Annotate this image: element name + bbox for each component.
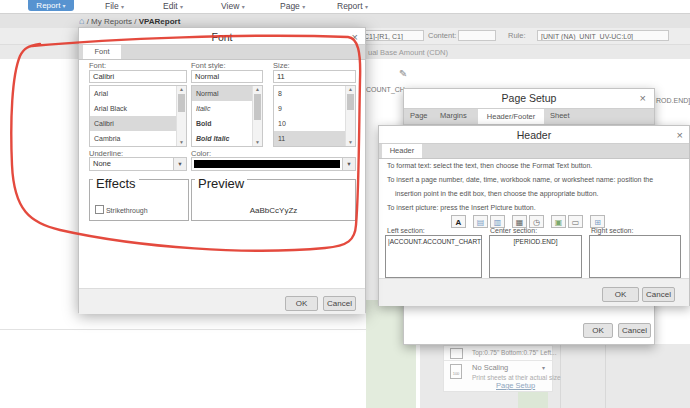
close-icon[interactable]: × xyxy=(677,128,683,142)
scrollbar[interactable]: ▲ ▼ xyxy=(345,86,355,146)
gridline xyxy=(0,329,366,330)
rule-field[interactable]: [UNIT (NA)_UNIT_UV-UC:L0] xyxy=(537,30,669,41)
menu-bar: Report ▾ File ▾ Edit ▾ View ▾ Page ▾ Rep… xyxy=(0,0,690,13)
tab-font[interactable]: Font xyxy=(83,45,121,59)
page-setup-link[interactable]: Page Setup xyxy=(496,381,535,390)
chevron-down-icon: ▾ xyxy=(242,4,245,10)
chevron-down-icon: ▾ xyxy=(121,4,124,10)
app-window: Report ▾ File ▾ Edit ▾ View ▾ Page ▾ Rep… xyxy=(0,0,690,408)
menu-item-view[interactable]: View ▾ xyxy=(221,1,245,13)
breadcrumb[interactable]: ⌂ / My Reports / VPAReport xyxy=(79,16,180,26)
content-label: Content: xyxy=(428,31,456,40)
font-label: Font: xyxy=(89,61,106,70)
close-icon[interactable]: × xyxy=(640,91,646,105)
scrollbar-thumb[interactable] xyxy=(254,94,261,120)
tab-sheet[interactable]: Sheet xyxy=(550,111,570,120)
font-size-input[interactable]: 11 xyxy=(273,70,356,83)
instruction-line: To format text: select the text, then ch… xyxy=(387,162,592,169)
scrollbar[interactable]: ▲ ▼ xyxy=(252,86,262,146)
chevron-down-icon[interactable]: ▼ xyxy=(173,158,186,170)
chevron-down-icon[interactable]: ▾ xyxy=(542,364,545,371)
underline-value: None xyxy=(93,159,111,168)
tab-header-footer[interactable]: Header/Footer xyxy=(478,109,544,124)
insert-page-number-icon[interactable]: ▤ xyxy=(473,215,488,228)
strikethrough-option[interactable]: Strikethrough xyxy=(95,205,148,214)
tab-margins[interactable]: Margins xyxy=(440,111,467,120)
right-section-box[interactable] xyxy=(589,235,681,278)
ok-button[interactable]: OK xyxy=(602,287,639,302)
list-item[interactable]: 8 xyxy=(274,86,355,101)
list-item[interactable]: 10 xyxy=(274,116,355,131)
list-item[interactable]: 9 xyxy=(274,101,355,116)
scroll-down-icon[interactable]: ▼ xyxy=(346,139,355,146)
tab-page[interactable]: Page xyxy=(410,111,428,120)
dialog-footer: OK Cancel xyxy=(79,288,365,314)
ok-button[interactable]: OK xyxy=(285,296,318,311)
partial-period-end-text: ROD.END] xyxy=(656,97,690,104)
close-icon[interactable]: × xyxy=(352,30,358,44)
column-divider xyxy=(605,344,606,408)
scroll-up-icon[interactable]: ▲ xyxy=(177,86,186,93)
color-dropdown[interactable]: ▼ xyxy=(191,157,356,171)
list-item-selected[interactable]: Calibri xyxy=(90,116,186,131)
left-section-box[interactable]: |ACCOUNT.ACCOUNT_CHART xyxy=(385,235,482,278)
rule-label: Rule: xyxy=(508,31,526,40)
list-item[interactable]: Cambria xyxy=(90,131,186,146)
list-item-selected[interactable]: 11 xyxy=(274,131,355,146)
scaling-option[interactable]: No Scaling xyxy=(472,363,508,372)
font-dialog: Font × Font Font: Font style: Size: Cali… xyxy=(78,27,366,313)
scaling-icon: 100 xyxy=(450,364,462,379)
scrollbar-thumb[interactable] xyxy=(347,94,354,110)
scroll-up-icon[interactable]: ▲ xyxy=(253,86,262,93)
center-section-label: Center section: xyxy=(490,227,537,234)
scaling-description: Print sheets at their actual size xyxy=(472,374,561,381)
scroll-up-icon[interactable]: ▲ xyxy=(346,86,355,93)
font-style-list[interactable]: Normal Italic Bold Bold Italic ▲ ▼ xyxy=(191,85,263,147)
menu-item-file[interactable]: File ▾ xyxy=(105,1,124,13)
menu-item-report[interactable]: Report ▾ xyxy=(337,1,368,13)
divider xyxy=(444,360,552,361)
pencil-icon[interactable]: ✎ xyxy=(399,68,407,79)
font-name-input[interactable]: Calibri xyxy=(89,70,187,83)
ok-button[interactable]: OK xyxy=(583,323,613,338)
cancel-button[interactable]: Cancel xyxy=(618,323,651,338)
cancel-button[interactable]: Cancel xyxy=(642,287,675,302)
font-tabstrip: Font xyxy=(79,44,365,60)
preview-group: Preview AaBbCcYyZz xyxy=(191,179,356,221)
margins-summary[interactable]: Top:0.75" Bottom:0.75" Left... xyxy=(472,349,556,356)
insert-picture-icon[interactable]: ▣ xyxy=(551,215,566,228)
tab-header[interactable]: Header xyxy=(382,144,422,158)
chevron-down-icon: ▾ xyxy=(63,3,66,9)
content-field[interactable] xyxy=(458,30,496,41)
instruction-line: insertion point in the edit box, then ch… xyxy=(395,190,599,197)
center-section-box[interactable]: [PERIOD.END] xyxy=(489,235,582,278)
checkbox-icon[interactable] xyxy=(95,205,104,214)
list-item[interactable]: Arial xyxy=(90,86,186,101)
menu-item-edit[interactable]: Edit ▾ xyxy=(163,1,183,13)
list-item[interactable]: Arial Black xyxy=(90,101,186,116)
dialog-footer: OK Cancel xyxy=(379,278,689,306)
left-section-label: Left section: xyxy=(387,227,425,234)
cell-ref-field[interactable]: C1]-[R1, C1] xyxy=(360,30,424,41)
menu-item-page[interactable]: Page ▾ xyxy=(280,1,305,13)
chevron-down-icon[interactable]: ▼ xyxy=(342,158,355,170)
scroll-down-icon[interactable]: ▼ xyxy=(177,139,186,146)
font-size-list[interactable]: 8 9 10 11 ▲ ▼ xyxy=(273,85,356,147)
format-picture-icon[interactable]: ▭ xyxy=(568,215,583,228)
partial-account-chart-text: COUNT_CH xyxy=(366,86,405,93)
page-setup-tabstrip: Page Margins Header/Footer Sheet xyxy=(404,108,654,125)
scrollbar-thumb[interactable] xyxy=(178,94,185,112)
home-icon[interactable]: ⌂ xyxy=(79,16,84,26)
font-list[interactable]: Arial Arial Black Calibri Cambria ▲ ▼ xyxy=(89,85,187,147)
font-style-input[interactable]: Normal xyxy=(191,70,263,83)
report-menu-button[interactable]: Report ▾ xyxy=(28,0,74,11)
scroll-down-icon[interactable]: ▼ xyxy=(253,139,262,146)
right-section-label: Right section: xyxy=(591,227,633,234)
header-tabstrip: Header xyxy=(379,143,689,159)
breadcrumb-path[interactable]: / My Reports / xyxy=(87,17,137,26)
scrollbar[interactable]: ▲ ▼ xyxy=(176,86,186,146)
chevron-down-icon: ▾ xyxy=(180,4,183,10)
format-text-icon[interactable]: A xyxy=(451,215,466,228)
underline-dropdown[interactable]: None ▼ xyxy=(89,157,187,171)
cancel-button[interactable]: Cancel xyxy=(323,296,356,311)
